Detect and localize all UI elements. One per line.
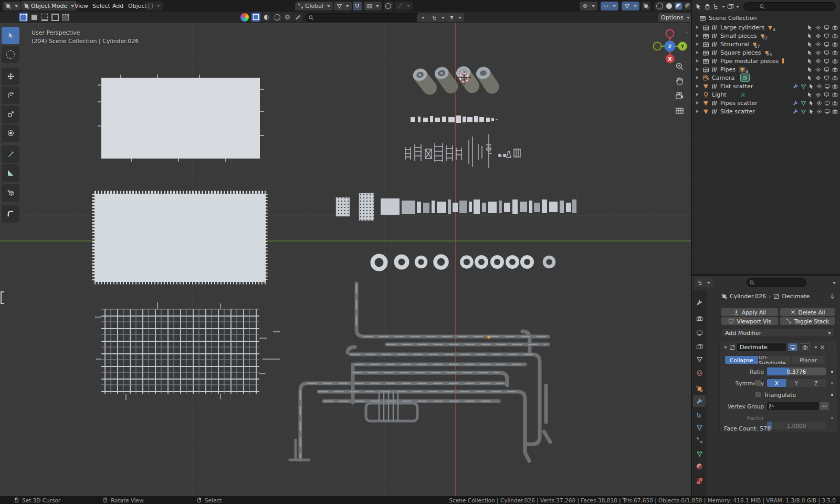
pin-icon[interactable] [830, 293, 835, 299]
region-collapse-arrow[interactable]: ‹ [686, 29, 688, 35]
editor-type-button[interactable] [3, 2, 20, 10]
axis-x-button[interactable]: X [767, 379, 787, 387]
camera-icon[interactable] [832, 25, 838, 30]
tab-tool[interactable] [693, 297, 706, 308]
gizmos-dropdown[interactable] [601, 2, 618, 10]
shading-rendered-button[interactable] [685, 3, 691, 9]
cursor-icon[interactable] [808, 100, 814, 106]
3d-viewport[interactable]: User Perspective (204) Scene Collection … [0, 23, 691, 496]
eye-icon[interactable] [816, 109, 822, 114]
tool-add-primitive[interactable] [2, 184, 19, 202]
mesh-plane-2[interactable] [93, 193, 266, 282]
shading-solid-button[interactable] [666, 3, 672, 9]
disclosure-icon[interactable] [696, 101, 700, 104]
camera-icon[interactable] [832, 92, 838, 98]
xray-toggle-button[interactable] [642, 2, 650, 10]
symmetry-checkbox[interactable] [754, 380, 761, 386]
monitor-icon[interactable] [824, 58, 830, 64]
viewport-canvas[interactable] [0, 23, 691, 496]
tool-cursor[interactable] [2, 46, 19, 63]
active-tool-dropdown[interactable] [145, 2, 163, 10]
outliner-display-mode-dropdown[interactable] [713, 3, 725, 10]
outliner-row-small-pieces[interactable]: Small pieces ▼12 [692, 32, 840, 40]
outliner-row-pipes[interactable]: Pipes ▼8 [692, 65, 840, 74]
select-new-button[interactable] [19, 13, 28, 22]
monitor-icon[interactable] [824, 25, 830, 30]
mode-unsubdivide-tab[interactable]: Un-Subdivide [759, 356, 792, 364]
tool-scale[interactable] [2, 106, 19, 123]
trash-icon[interactable] [704, 3, 711, 10]
camera-icon[interactable] [832, 75, 838, 81]
cursor-icon[interactable] [807, 41, 813, 47]
apply-all-button[interactable]: Apply All [721, 308, 778, 316]
tab-texture[interactable] [693, 475, 706, 487]
outliner-row-pipes-scatter[interactable]: Pipes scatter [692, 99, 840, 107]
mode-collapse-tab[interactable]: Collapse [725, 356, 759, 364]
asset-brush-button[interactable] [293, 13, 302, 22]
pan-hand-icon[interactable] [675, 77, 684, 86]
camera-icon[interactable] [832, 67, 838, 72]
disclosure-icon[interactable] [696, 110, 700, 113]
eye-icon[interactable] [815, 92, 821, 98]
camera-view-icon[interactable] [675, 91, 684, 100]
tab-world[interactable] [693, 367, 706, 379]
properties-search-input[interactable] [747, 278, 806, 287]
asset-model-button[interactable] [251, 13, 260, 22]
outliner-row-light[interactable]: Light [692, 90, 840, 99]
cursor-icon[interactable] [807, 33, 813, 39]
camera-icon[interactable] [832, 109, 838, 114]
eye-icon[interactable] [815, 67, 821, 72]
tool-move[interactable] [2, 68, 19, 85]
snap-toggle-button[interactable] [353, 2, 362, 10]
tool-annotate[interactable] [2, 145, 19, 163]
cursor-icon[interactable] [808, 83, 814, 89]
asset-search-input[interactable] [306, 13, 424, 22]
tool-transform[interactable] [2, 124, 19, 142]
navigation-gizmo[interactable]: Z Y X [651, 27, 689, 65]
outliner-row-pipe-modular[interactable]: Pipe modular pieces [692, 57, 840, 65]
tab-output[interactable] [693, 327, 706, 339]
camera-icon[interactable] [832, 41, 838, 47]
eye-icon[interactable] [815, 50, 821, 56]
cursor-icon[interactable] [808, 109, 814, 114]
add-modifier-dropdown[interactable]: Add Modifier [721, 329, 835, 337]
delete-all-button[interactable]: Delete All [780, 308, 835, 316]
modifier-viewport-toggle[interactable] [788, 343, 797, 351]
transform-orientation-dropdown[interactable]: Global [295, 2, 333, 10]
cursor-icon[interactable] [807, 25, 813, 30]
camera-icon[interactable] [832, 83, 838, 89]
camera-icon[interactable] [832, 58, 838, 64]
monitor-icon[interactable] [824, 109, 830, 114]
modifier-extras-chevron[interactable] [814, 346, 817, 350]
breadcrumb-modifier[interactable]: Decimate [782, 293, 810, 300]
pointer-icon[interactable] [695, 3, 702, 10]
eye-icon[interactable] [815, 41, 821, 47]
tab-render[interactable] [693, 312, 706, 324]
monitor-icon[interactable] [824, 33, 830, 39]
disclosure-icon[interactable] [696, 51, 700, 54]
modifier-render-toggle[interactable] [800, 343, 810, 351]
shading-wireframe-button[interactable] [656, 3, 663, 9]
select-subtract-button[interactable] [40, 13, 49, 22]
camera-icon[interactable] [832, 50, 838, 56]
display-mode-dropdown[interactable] [429, 13, 447, 22]
drag-handle-icon[interactable]: ⋮⋮ [827, 345, 837, 350]
cursor-icon[interactable] [807, 58, 813, 64]
snap-settings-dropdown[interactable] [364, 2, 382, 10]
triangulate-animate-dot[interactable] [831, 394, 833, 396]
outliner-row-square-pieces[interactable]: Square pieces ▼25 [692, 48, 840, 57]
breadcrumb-object[interactable]: Cylinder.026 [730, 293, 766, 300]
asset-world-button[interactable] [283, 13, 292, 22]
axis-z-button[interactable]: Z [806, 379, 826, 387]
disclosure-icon[interactable] [696, 34, 700, 37]
asset-hdr-button[interactable] [272, 13, 281, 22]
invert-vertex-group-button[interactable] [820, 402, 829, 410]
symmetry-animate-dot[interactable] [831, 382, 833, 384]
cursor-icon[interactable] [807, 50, 813, 56]
gizmo-neg-y-ball[interactable] [654, 43, 662, 50]
select-extend-button[interactable] [29, 13, 38, 22]
tab-material[interactable] [693, 460, 706, 472]
eye-icon[interactable] [815, 25, 821, 30]
outliner-search-input[interactable] [743, 2, 836, 11]
eye-icon[interactable] [815, 58, 821, 64]
